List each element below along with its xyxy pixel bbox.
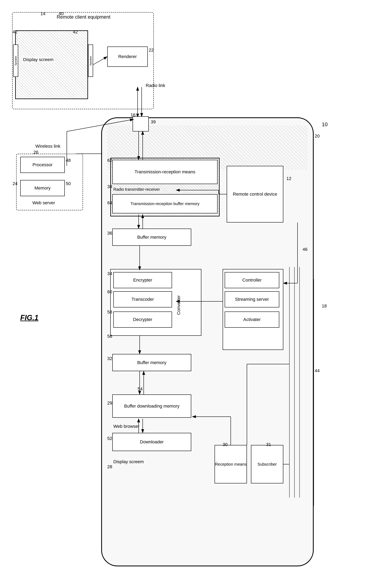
downloader-box: Downloader [112,433,191,451]
renderer-box: Renderer [107,47,148,67]
ref-62: 62 [107,158,112,163]
encrypter-label: Encrypter [133,277,152,283]
encrypter-box: Encrypter [113,272,172,288]
activater-box: Activater [225,312,279,328]
reception-means-box: Reception means [214,445,247,483]
ref-34: 34 [107,271,112,276]
converter-label: Converter [176,295,181,315]
transmission-buffer-box: Transmission-reception buffer memory [112,194,218,213]
speaker-left-label: Speaker [14,56,17,65]
decrypter-box: Decrypter [113,312,172,328]
buffer-memory-36-box: Buffer memory [112,229,191,246]
ref-60: 60 [107,289,112,294]
ref-50: 50 [66,181,71,186]
ref-38: 38 [107,184,112,189]
ref-48: 48 [66,158,71,163]
transcoder-box: Transcoder [113,291,172,307]
renderer-label: Renderer [118,54,137,59]
ref-36: 36 [107,231,112,236]
ref-30: 30 [223,442,227,447]
display-screen2-label: Display screem [113,459,144,464]
ref-64: 64 [107,200,112,206]
radio-link-label: Radio link [146,83,165,88]
ref-56: 56 [107,334,112,339]
web-browser-label: Web browser [113,424,139,429]
speaker-right-box: Speaker [88,44,93,77]
remote-client-label: Remote client equipment [57,14,110,20]
remote-control-label: Remote control device [233,191,277,197]
processor-box: Processor [20,157,65,173]
diagram: Remote client equipment 14 40 Display sc… [0,0,374,588]
buffer-memory-32-box: Buffer memory [112,354,191,371]
reception-means-label: Reception means [215,462,246,467]
buffer-memory-36-label: Buffer memory [137,235,166,240]
transcoder-label: Transcoder [132,297,154,302]
ref-39: 39 [151,119,156,125]
wireless-link-label: Wireless link [35,144,60,149]
transmission-buffer-label: Transmission-reception buffer memory [130,201,199,206]
ref-22: 22 [149,48,154,53]
ref-54: 54 [138,386,142,392]
buffer-downloading-box: Buffer downloading memory [112,394,191,418]
ref-20: 20 [315,134,320,139]
ref-14: 14 [41,11,45,16]
subscriber-label: Subscriber [257,462,277,467]
remote-control-box: Remote control device [227,166,283,222]
ref-52: 52 [107,436,112,441]
transmission-reception-box: Transmission-reception means [112,160,218,184]
streaming-server-label: Streaming server [235,297,269,302]
buffer-memory-32-label: Buffer memory [137,360,166,365]
ref-32: 32 [107,356,112,361]
radio-transmitter-label: Radio transmitter-receiver [113,187,160,192]
ref-44: 44 [315,368,320,373]
processor-label: Processor [32,162,53,168]
memory-box: Memory [20,180,65,196]
ref-10: 10 [322,121,328,128]
display-screen-label: Display screem [22,57,54,63]
ref-46: 46 [303,247,307,252]
buffer-downloading-label: Buffer downloading memory [124,404,180,409]
ref-24: 24 [12,181,17,186]
speaker-right-label: Speaker [89,56,92,65]
activater-label: Activater [243,317,261,322]
ref-42a: 42 [12,29,17,35]
speaker-left-box: Speaker [13,44,18,77]
display-screen-box [15,30,88,99]
transmission-reception-label: Transmission-reception means [135,169,195,175]
ref-29: 29 [107,400,112,406]
web-server-label: Web server [32,200,55,206]
decrypter-label: Decrypter [133,317,152,322]
ref-31: 31 [266,442,271,447]
ref-18: 18 [322,304,327,309]
memory-label: Memory [34,186,50,191]
ref-40: 40 [59,11,64,16]
ref-58: 58 [107,309,112,315]
controller-label: Controller [242,277,261,283]
ref-12: 12 [286,176,291,181]
controller-box: Controller [225,272,279,288]
ref-28: 28 [107,464,112,470]
downloader-label: Downloader [140,439,163,445]
streaming-server-box: Streaming server [225,291,279,307]
connector-39 [133,116,149,131]
subscriber-box: Subscriber [251,445,283,483]
fig-label: FIG.1 [20,314,38,322]
ref-42b: 42 [73,29,78,35]
